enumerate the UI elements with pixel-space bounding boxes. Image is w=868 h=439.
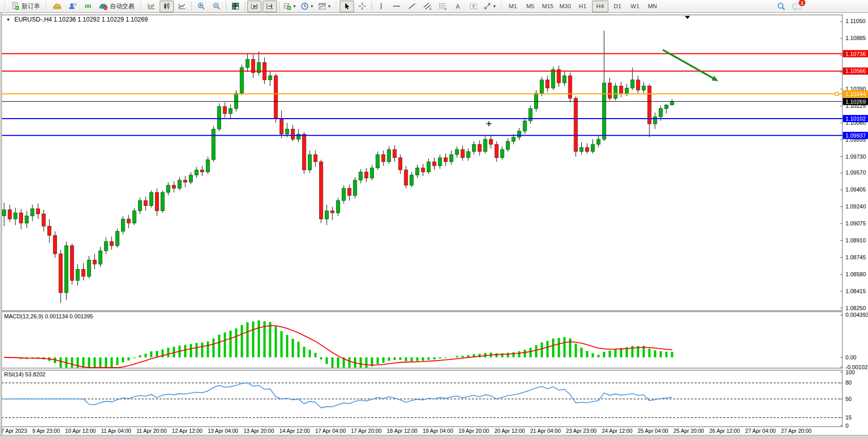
date-label: 14 Apr 12:00 bbox=[280, 428, 310, 434]
zoom-out-button[interactable] bbox=[209, 1, 224, 12]
text-button[interactable]: A bbox=[451, 1, 465, 12]
timeframe-button-MN[interactable]: MN bbox=[644, 1, 661, 12]
rsi-tick-label: 15 bbox=[845, 414, 852, 421]
candle-body bbox=[540, 80, 544, 93]
toolbar-separator bbox=[279, 2, 280, 11]
chart-title-bar: ▼ EURUSD-,H4 1.10236 1.10292 1.10229 1.1… bbox=[6, 16, 148, 23]
cursor-button[interactable] bbox=[340, 1, 354, 12]
chart-window[interactable]: 1.110501.108851.107201.105551.103901.102… bbox=[0, 13, 868, 439]
candle-body bbox=[297, 134, 300, 139]
crosshair-button[interactable] bbox=[355, 1, 369, 12]
candle-body bbox=[82, 269, 85, 276]
date-label: 27 Apr 04:00 bbox=[745, 428, 776, 434]
bar-chart-button[interactable] bbox=[144, 1, 159, 12]
crosshair-icon bbox=[358, 2, 366, 10]
candle-body bbox=[274, 76, 278, 119]
price-tick-label: 1.08250 bbox=[845, 305, 866, 311]
line-chart-button[interactable] bbox=[175, 1, 189, 12]
toolbar-grip bbox=[3, 2, 7, 11]
horizontal-line-button[interactable] bbox=[389, 1, 404, 12]
candle-body bbox=[291, 129, 294, 139]
periods-button[interactable]: ▼ bbox=[299, 1, 315, 12]
svg-text:T: T bbox=[472, 4, 475, 9]
rsi-indicator-label: RSI(14) 53.8202 bbox=[4, 371, 46, 377]
candle-body bbox=[574, 98, 578, 151]
toolbar-separator bbox=[191, 2, 192, 11]
price-tick-label: 1.11050 bbox=[845, 18, 865, 24]
chart-collapse-icon[interactable]: ▼ bbox=[6, 17, 10, 22]
date-label: 12 Apr 12:00 bbox=[172, 428, 203, 434]
candle-body bbox=[370, 168, 374, 178]
timeframe-button-M5[interactable]: M5 bbox=[522, 1, 539, 12]
auto-trading-button[interactable]: 自动交易 bbox=[96, 1, 137, 12]
bottom-scroll-strip bbox=[0, 435, 868, 439]
candle-body bbox=[195, 170, 199, 175]
auto-trading-icon bbox=[99, 2, 108, 10]
mt4-window: 新订单 自动交易 bbox=[0, 0, 868, 439]
cross-marker[interactable] bbox=[486, 121, 491, 126]
tile-windows-button[interactable] bbox=[228, 1, 243, 12]
candle-body bbox=[104, 241, 108, 251]
community-button[interactable] bbox=[65, 1, 80, 12]
horizontal-line-icon bbox=[392, 2, 401, 10]
candle-body bbox=[302, 134, 306, 170]
timeframe-button-M15[interactable]: M15 bbox=[540, 1, 556, 12]
candle-body bbox=[161, 193, 164, 211]
clock-icon bbox=[301, 2, 309, 10]
auto-scroll-button[interactable] bbox=[247, 1, 262, 12]
candle-body bbox=[65, 245, 68, 293]
templates-button[interactable]: ▼ bbox=[317, 1, 333, 12]
date-label: 24 Apr 12:00 bbox=[602, 428, 633, 434]
chart-title-text: EURUSD-,H4 1.10236 1.10292 1.10229 1.102… bbox=[14, 16, 148, 23]
candle-body bbox=[144, 201, 147, 206]
date-axis[interactable]: 7 Apr 20239 Apr 23:0010 Apr 12:0011 Apr … bbox=[1, 428, 812, 434]
candle-body bbox=[172, 185, 176, 188]
timeframe-button-M1[interactable]: M1 bbox=[505, 1, 521, 12]
dropdown-arrow-icon: ▼ bbox=[310, 4, 314, 9]
text-label-button[interactable]: T bbox=[466, 1, 481, 12]
candle-body bbox=[110, 241, 113, 245]
text-label-icon: T bbox=[469, 2, 478, 10]
vertical-line-button[interactable] bbox=[374, 1, 388, 12]
metaeditor-button[interactable] bbox=[50, 1, 64, 12]
timeframe-button-W1[interactable]: W1 bbox=[627, 1, 643, 12]
date-label: 10 Apr 12:00 bbox=[65, 428, 96, 434]
channel-icon: E bbox=[423, 2, 432, 10]
toolbar-grip bbox=[334, 2, 338, 11]
equidistant-channel-button[interactable]: E bbox=[420, 1, 435, 12]
search-button[interactable] bbox=[774, 1, 788, 12]
candle-body bbox=[19, 213, 23, 223]
candle-body bbox=[416, 168, 419, 175]
date-label: 9 Apr 23:00 bbox=[32, 428, 60, 434]
hline-handle[interactable] bbox=[835, 92, 838, 96]
zoom-in-button[interactable] bbox=[194, 1, 208, 12]
candle-body bbox=[359, 172, 363, 180]
candlestick-chart-button[interactable] bbox=[160, 1, 174, 12]
indicators-button[interactable]: ▼ bbox=[282, 1, 298, 12]
new-order-button[interactable]: 新订单 bbox=[8, 1, 43, 12]
arrows-button[interactable]: ▼ bbox=[482, 1, 498, 12]
new-order-label: 新订单 bbox=[22, 2, 40, 11]
candle-body bbox=[449, 155, 453, 162]
toolbar-right-group: 1 bbox=[774, 1, 804, 12]
chat-button[interactable]: 1 bbox=[790, 1, 804, 12]
candle-body bbox=[602, 83, 606, 140]
candle-body bbox=[551, 70, 555, 88]
timeframe-button-M30[interactable]: M30 bbox=[557, 1, 574, 12]
signals-button[interactable] bbox=[81, 1, 95, 12]
fibonacci-button[interactable]: F bbox=[436, 1, 450, 12]
timeframe-button-H4[interactable]: H4 bbox=[592, 1, 608, 12]
chart-shift-marker[interactable] bbox=[685, 16, 690, 19]
candle-body bbox=[132, 211, 136, 223]
candle-body bbox=[138, 201, 142, 211]
chart-shift-button[interactable] bbox=[263, 1, 277, 12]
candle-body bbox=[506, 141, 510, 149]
chat-unread-badge: 1 bbox=[798, 0, 806, 7]
timeframe-button-D1[interactable]: D1 bbox=[609, 1, 626, 12]
text-icon: A bbox=[454, 2, 462, 10]
timeframe-button-H1[interactable]: H1 bbox=[575, 1, 591, 12]
price-chart-canvas[interactable]: 1.110501.108851.107201.105551.103901.102… bbox=[0, 13, 868, 439]
candle-body bbox=[36, 209, 40, 214]
trendline-button[interactable] bbox=[405, 1, 419, 12]
candle-body bbox=[70, 245, 74, 280]
